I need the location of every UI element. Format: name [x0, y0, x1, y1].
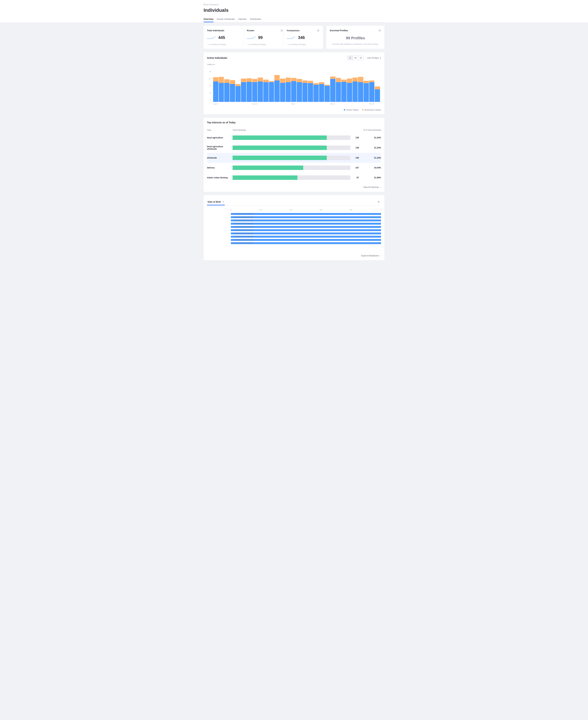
- dob-label: 1976-05-16T13:27:24.265Z: [231, 239, 254, 241]
- bar-column[interactable]: [263, 66, 269, 102]
- interest-bar: 139: [233, 156, 360, 160]
- bar-column[interactable]: [258, 66, 263, 102]
- dob-row[interactable]: 1976-01-24T17:47:02.075Z: [231, 235, 381, 238]
- dob-xtick: 0.8: [350, 209, 352, 211]
- bar-column[interactable]: [286, 66, 291, 102]
- interest-row[interactable]: indoor urban farming9721.80%: [207, 173, 381, 183]
- dob-row[interactable]: 1972-04-14T00:30:35.834Z: [231, 216, 381, 218]
- legend-dot-icon: [344, 109, 345, 111]
- sparkline-icon: [247, 36, 255, 39]
- bar-anon-segment: [247, 78, 252, 82]
- time-range-select[interactable]: Last 30 days: [367, 57, 381, 59]
- dob-chart: 00.20.40.60.81 1971-10-27T07:35:06.672Z1…: [207, 209, 381, 244]
- bar-column[interactable]: [252, 66, 257, 102]
- interest-row[interactable]: wholesale13931.24%: [207, 153, 381, 163]
- bar-known-segment: [353, 81, 358, 102]
- bar-column[interactable]: [247, 66, 252, 102]
- chevron-right-icon: [380, 255, 381, 257]
- bar-column[interactable]: [235, 66, 241, 102]
- tab-distribution[interactable]: Distribution: [250, 16, 261, 22]
- interest-pct: 31.24%: [360, 146, 381, 149]
- x-tick: [336, 103, 341, 105]
- close-icon[interactable]: ×: [223, 200, 224, 203]
- bar-column[interactable]: [353, 66, 358, 102]
- dob-row[interactable]: 1976-05-16T13:27:24.265Z: [231, 239, 381, 241]
- interest-row[interactable]: delivery10724.04%: [207, 163, 381, 173]
- bar-column[interactable]: [308, 66, 313, 102]
- stat-known: ? Known 99 -- vs. Previous 30 days: [244, 29, 284, 45]
- dob-row[interactable]: 1974-08-03T20:07:33.315Z: [231, 232, 381, 235]
- chevron-right-icon: [380, 186, 381, 188]
- breadcrumb[interactable]: Beryl Commerce: [204, 3, 384, 6]
- bar-column[interactable]: [313, 66, 319, 102]
- x-tick: [286, 103, 291, 105]
- view-all-interests-link[interactable]: View All Interests: [207, 183, 381, 188]
- dob-row[interactable]: 1972-07-14T13:36:14.617Z: [231, 219, 381, 222]
- dob-row[interactable]: 1973-08-05T23:54:25.164Z: [231, 229, 381, 231]
- stat-value: 346: [298, 35, 305, 40]
- y-tick: 40: [209, 85, 211, 86]
- dob-row[interactable]: 1972-08-25T08:14:30.205Z: [231, 222, 381, 225]
- bar-column[interactable]: [219, 66, 224, 102]
- bar-anon-segment: [347, 79, 352, 83]
- tab-known-individuals[interactable]: Known Individuals: [217, 16, 235, 22]
- bar-column[interactable]: [280, 66, 285, 102]
- bar-column[interactable]: [341, 66, 346, 102]
- info-icon[interactable]: ?: [378, 29, 381, 32]
- info-icon[interactable]: ?: [317, 29, 320, 32]
- interest-pct: 24.04%: [360, 166, 381, 169]
- dob-xtick: 1: [380, 209, 381, 211]
- bar-known-segment: [269, 82, 274, 102]
- bar-column[interactable]: [241, 66, 246, 102]
- bar-column[interactable]: [375, 66, 380, 102]
- tab-overview[interactable]: Overview: [204, 16, 213, 22]
- seg-d[interactable]: D: [348, 56, 353, 60]
- dob-row[interactable]: 1971-10-27T07:35:06.672Z: [231, 213, 381, 215]
- bar-column[interactable]: [347, 66, 352, 102]
- bar-anon-segment: [341, 80, 346, 82]
- interest-row[interactable]: beryl agriculture13931.24%: [207, 133, 381, 143]
- dob-tab[interactable]: Date of Birth ×: [207, 199, 225, 205]
- link-label: Explore Breakdown: [361, 255, 379, 257]
- tab-interests[interactable]: Interests: [238, 16, 247, 22]
- stat-title: Known: [247, 29, 280, 32]
- dob-label: 1972-04-14T00:30:35.834Z: [231, 216, 254, 218]
- bar-known-segment: [375, 89, 380, 102]
- bar-column[interactable]: [358, 66, 363, 102]
- add-tab-button[interactable]: +: [376, 199, 381, 205]
- bar-column[interactable]: [330, 66, 335, 102]
- bar-column[interactable]: [230, 66, 235, 102]
- bar-column[interactable]: [369, 66, 375, 102]
- interest-row[interactable]: beryl agriculture wholesale13931.24%: [207, 143, 381, 153]
- bar-known-segment: [364, 83, 369, 102]
- bar-column[interactable]: [213, 66, 218, 102]
- seg-w[interactable]: W: [353, 56, 358, 60]
- bar-column[interactable]: [336, 66, 341, 102]
- dob-row[interactable]: 1972-11-23T00:16:31.884Z: [231, 226, 381, 228]
- col-header-pct: % of Total Individuals: [360, 129, 381, 131]
- bar-column[interactable]: [302, 66, 308, 102]
- bar-column[interactable]: [297, 66, 302, 102]
- bar-known-segment: [213, 81, 218, 102]
- bar-column[interactable]: [319, 66, 324, 102]
- card-title: Top Interests as of Today: [207, 121, 381, 124]
- dob-row[interactable]: 1977-10-04T01:14:39.390Z: [231, 242, 381, 244]
- bar-known-segment: [313, 85, 319, 102]
- seg-m[interactable]: M: [358, 56, 363, 60]
- bar-column[interactable]: [364, 66, 369, 102]
- y-tick: 20: [209, 92, 211, 94]
- bar-column[interactable]: [269, 66, 274, 102]
- enriched-profiles-card: ? Enriched Profiles 99 Profiles Enriched…: [327, 26, 384, 49]
- x-tick: [313, 103, 319, 105]
- bar-anon-segment: [241, 79, 246, 82]
- bar-column[interactable]: [324, 66, 330, 102]
- x-tick: Sep 11: [330, 103, 335, 105]
- interest-bar: 107: [233, 165, 360, 170]
- bar-column[interactable]: [291, 66, 296, 102]
- bar-column[interactable]: [274, 66, 280, 102]
- info-icon[interactable]: ?: [280, 29, 283, 32]
- bar-column[interactable]: [224, 66, 230, 102]
- bar-known-segment: [358, 82, 363, 102]
- explore-breakdown-link[interactable]: Explore Breakdown: [207, 251, 381, 257]
- x-tick: [319, 103, 324, 105]
